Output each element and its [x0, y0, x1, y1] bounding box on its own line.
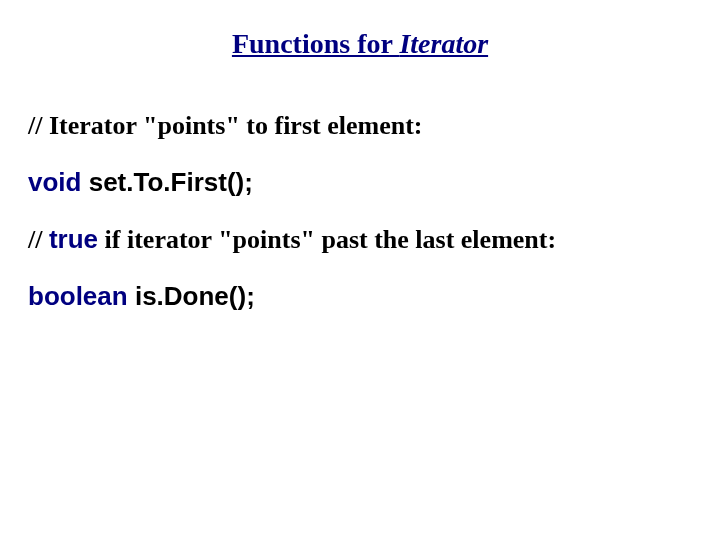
- slide-title: Functions for Iterator: [28, 28, 692, 60]
- method-set-to-first: set.To.First();: [89, 167, 253, 197]
- comment-1-prefix: //: [28, 111, 49, 140]
- keyword-boolean: boolean: [28, 281, 128, 311]
- title-prefix: Functions for: [232, 28, 400, 59]
- signature-line-1: void set.To.First();: [28, 165, 692, 200]
- keyword-true: true: [49, 224, 98, 254]
- comment-2-prefix: //: [28, 225, 49, 254]
- title-iterator-word: Iterator: [399, 28, 488, 59]
- comment-2-rest: if iterator "points" past the last eleme…: [98, 225, 556, 254]
- method-is-done: is.Done();: [135, 281, 255, 311]
- signature-line-2: boolean is.Done();: [28, 279, 692, 314]
- comment-1-text: Iterator "points" to first element:: [49, 111, 423, 140]
- space-2: [128, 281, 135, 311]
- slide-body: Functions for Iterator // Iterator "poin…: [0, 0, 720, 540]
- space-1: [81, 167, 88, 197]
- comment-line-1: // Iterator "points" to first element:: [28, 108, 692, 143]
- keyword-void: void: [28, 167, 81, 197]
- comment-line-2: // true if iterator "points" past the la…: [28, 222, 692, 257]
